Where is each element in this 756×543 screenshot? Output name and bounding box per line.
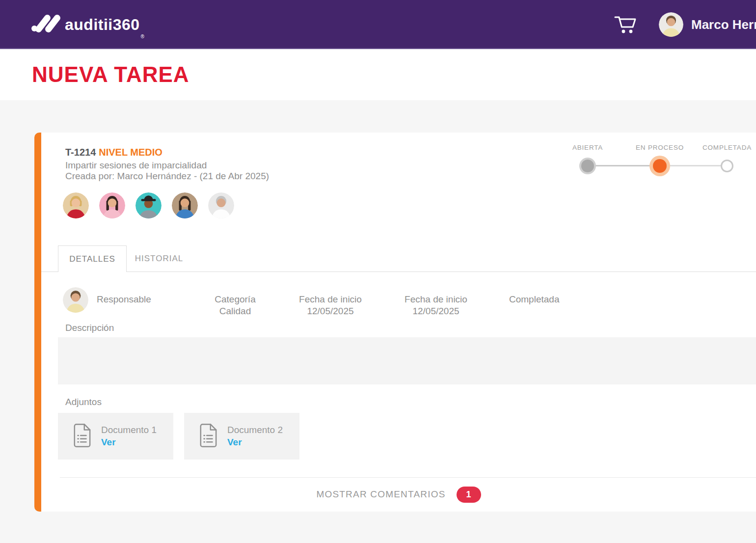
team-avatars <box>63 192 234 218</box>
step-dot-completada[interactable] <box>721 160 733 172</box>
status-stepper: ABIERTA EN PROCESO COMPLETADA <box>552 144 756 179</box>
attachment-card: Documento 2 Ver <box>184 413 299 460</box>
user-avatar[interactable] <box>659 12 683 37</box>
attachment-name: Documento 2 <box>227 425 283 435</box>
cart-icon[interactable] <box>613 13 640 36</box>
team-member-avatar[interactable] <box>172 192 198 218</box>
task-id: T-1214 <box>65 147 96 158</box>
task-level-badge: NIVEL MEDIO <box>99 147 162 158</box>
attachment-view-link[interactable]: Ver <box>227 437 283 448</box>
field-value: 12/05/2025 <box>399 305 473 317</box>
tab-historial[interactable]: HISTORIAL <box>120 245 198 272</box>
attachment-info: Documento 1 Ver <box>101 425 157 448</box>
task-card: T-1214NIVEL MEDIO Impartir sesiones de i… <box>34 133 756 512</box>
document-icon <box>73 423 91 450</box>
team-member-avatar[interactable] <box>208 192 234 218</box>
step-label-abierta: ABIERTA <box>572 144 603 151</box>
field-value: 12/05/2025 <box>294 305 367 317</box>
divider <box>60 477 756 478</box>
brand-name: auditii360 <box>65 16 140 34</box>
tab-bar: DETALLES HISTORIAL <box>41 245 756 272</box>
brand-logo[interactable]: auditii360 ® <box>30 0 144 49</box>
brand-logo-icon <box>30 11 61 38</box>
attachment-view-link[interactable]: Ver <box>101 437 157 448</box>
user-name[interactable]: Marco Hernández <box>691 17 756 32</box>
task-head: T-1214NIVEL MEDIO Impartir sesiones de i… <box>65 146 269 182</box>
field-fecha-inicio-2: Fecha de inicio 12/05/2025 <box>399 294 473 317</box>
step-dot-abierta[interactable] <box>581 160 594 172</box>
stepper-track <box>660 165 727 166</box>
show-comments-label: MOSTRAR COMENTARIOS <box>316 489 445 500</box>
field-value: Calidad <box>201 305 270 317</box>
field-fecha-inicio: Fecha de inicio 12/05/2025 <box>294 294 367 317</box>
field-label: Responsable <box>97 294 151 305</box>
field-label: Categoría <box>201 294 270 305</box>
responsable-avatar <box>63 287 88 313</box>
field-label: Fecha de inicio <box>294 294 367 305</box>
title-strip: NUEVA TAREA <box>0 49 756 100</box>
task-created-by: Creada por: Marco Hernández - (21 de Abr… <box>65 171 269 182</box>
team-member-avatar[interactable] <box>99 192 125 218</box>
field-completada: Completada <box>509 294 559 305</box>
stepper-track <box>588 165 660 166</box>
tab-detalles[interactable]: DETALLES <box>58 245 127 272</box>
team-member-avatar[interactable] <box>63 192 89 218</box>
step-label-completada: COMPLETADA <box>702 144 752 151</box>
step-dot-en-proceso[interactable] <box>653 159 667 173</box>
task-title: Impartir sesiones de imparcialidad <box>65 160 269 171</box>
attachment-info: Documento 2 Ver <box>227 425 283 448</box>
app-header: auditii360 ® Marco Hernández <box>0 0 756 49</box>
attachments-row: Documento 1 Ver Documento 2 Ver <box>58 413 299 460</box>
description-label: Descripción <box>65 323 114 333</box>
field-responsable: Responsable <box>97 294 151 305</box>
field-label: Completada <box>509 294 559 305</box>
brand-registered-mark: ® <box>141 34 144 39</box>
description-box[interactable] <box>58 337 756 384</box>
team-member-avatar[interactable] <box>135 192 162 218</box>
page-title: NUEVA TAREA <box>32 62 189 87</box>
step-label-en-proceso: EN PROCESO <box>636 144 684 151</box>
show-comments-button[interactable]: MOSTRAR COMENTARIOS 1 <box>41 486 756 503</box>
document-icon <box>199 423 217 450</box>
attachment-card: Documento 1 Ver <box>58 413 173 460</box>
header-right: Marco Hernández <box>613 0 756 49</box>
attachments-label: Adjuntos <box>65 397 102 407</box>
attachment-name: Documento 1 <box>101 425 157 435</box>
comments-count-badge: 1 <box>457 487 481 503</box>
field-categoria: Categoría Calidad <box>201 294 270 317</box>
field-label: Fecha de inicio <box>399 294 473 305</box>
